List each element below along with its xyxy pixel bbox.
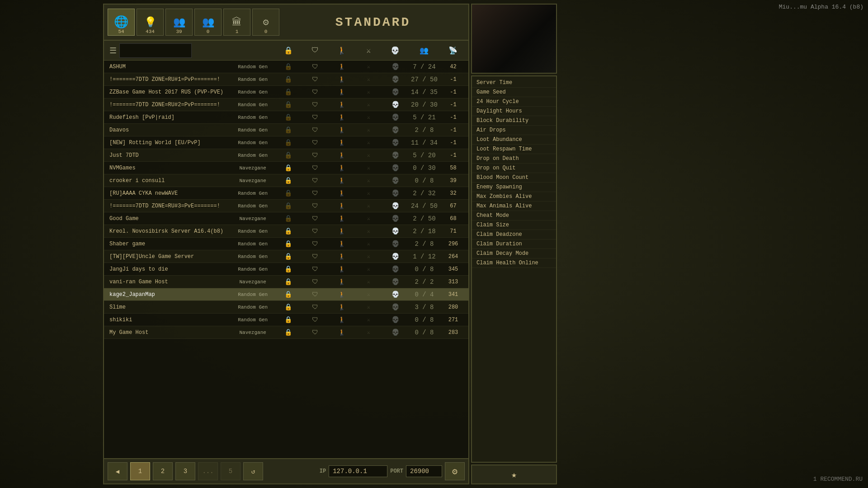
info-item-claim-decay-mode[interactable]: Claim Decay Mode (472, 249, 556, 258)
info-item-game-seed[interactable]: Game Seed (472, 88, 556, 97)
server-walk: 🚶 (329, 329, 355, 336)
server-lock: 🔒 (275, 240, 302, 248)
table-row[interactable]: Slime Random Gen 🔒 🛡 🚶 ⚔ 💀 3 / 8 280 (104, 301, 468, 314)
table-row[interactable]: Kreol. Novosibirsk Server A16.4(b8) Rand… (104, 225, 468, 238)
info-item-claim-health-online[interactable]: Claim Health Online (472, 258, 556, 268)
server-info-box: Server TimeGame Seed24 Hour CycleDayligh… (471, 75, 557, 463)
info-item-server-time[interactable]: Server Time (472, 78, 556, 88)
server-skull: 💀 (382, 240, 409, 248)
port-input[interactable] (406, 465, 442, 477)
server-players: 2 / 2 (409, 278, 440, 286)
server-walk: 🚶 (329, 63, 355, 70)
info-item-claim-deadzone[interactable]: Claim Deadzone (472, 230, 556, 239)
page-1-button[interactable]: 1 (130, 462, 150, 480)
server-map: Random Gen (231, 203, 275, 209)
table-row[interactable]: vani-ran Game Host Navezgane 🔒 🛡 🚶 ⚔ 💀 2… (104, 276, 468, 288)
server-name: My Game Host (106, 329, 231, 336)
nav-icon-globe[interactable]: 🌐 54 (108, 9, 135, 36)
info-item-max-animals-alive[interactable]: Max Animals Alive (472, 202, 556, 211)
server-shield: 🛡 (302, 266, 329, 273)
server-lock: 🔒 (275, 189, 302, 197)
info-item-loot-respawn-time[interactable]: Loot Respawn Time (472, 145, 556, 154)
table-row[interactable]: Rudeflesh [PvP|raid] Random Gen 🔒 🛡 🚶 ⚔ … (104, 111, 468, 124)
server-skull: 💀 (382, 202, 409, 210)
page-2-button[interactable]: 2 (153, 462, 173, 480)
table-row[interactable]: Just 7DTD Random Gen 🔒 🛡 🚶 ⚔ 💀 5 / 20 -1 (104, 149, 468, 162)
table-row[interactable]: [TW][PVE]Uncle Game Server Random Gen 🔒 … (104, 250, 468, 263)
nav-icon-bank[interactable]: 🏛 1 (223, 9, 250, 36)
page-5-button: 5 (221, 462, 241, 480)
info-item-claim-duration[interactable]: Claim Duration (472, 239, 556, 249)
server-ping: 42 (440, 64, 467, 70)
server-ping: 67 (440, 203, 467, 209)
info-item-block-durability[interactable]: Block Durability (472, 116, 556, 126)
server-shield: 🛡 (302, 215, 329, 222)
server-shield: 🛡 (302, 253, 329, 260)
server-shield: 🛡 (302, 228, 329, 235)
server-shield: 🛡 (302, 278, 329, 286)
server-pvp: ⚔ (355, 102, 382, 108)
table-row[interactable]: !=======7DTD ZONE=RU#1=PvP=======! Rando… (104, 73, 468, 86)
server-skull: 💀 (382, 265, 409, 273)
table-row[interactable]: ZZBase Game Host 2017 RUS (PVP-PVE) Rand… (104, 86, 468, 99)
server-walk: 🚶 (329, 152, 355, 159)
info-item-max-zombies-alive[interactable]: Max Zombies Alive (472, 192, 556, 202)
info-item-drop-on-quit[interactable]: Drop on Quit (472, 164, 556, 173)
table-row[interactable]: ASHUM Random Gen 🔒 🛡 🚶 ⚔ 💀 7 / 24 42 (104, 61, 468, 73)
table-row[interactable]: shikiki Random Gen 🔒 🛡 🚶 ⚔ 💀 0 / 8 271 (104, 314, 468, 326)
server-skull: 💀 (382, 164, 409, 172)
info-item-claim-size[interactable]: Claim Size (472, 221, 556, 230)
nav-icon-group[interactable]: 👥 0 (194, 9, 222, 36)
info-item-loot-abundance[interactable]: Loot Abundance (472, 135, 556, 145)
table-row[interactable]: Daavos Random Gen 🔒 🛡 🚶 ⚔ 💀 2 / 8 -1 (104, 124, 468, 136)
info-item-blood-moon-count[interactable]: Blood Moon Count (472, 173, 556, 183)
nav-icon-players[interactable]: 👥 39 (165, 9, 193, 36)
table-row[interactable]: kage2_JapanMap Random Gen 🔒 🛡 🚶 ⚔ 💀 0 / … (104, 288, 468, 301)
server-name: Daavos (106, 127, 231, 133)
port-label: PORT (390, 468, 403, 474)
server-shield: 🛡 (302, 127, 329, 134)
nav-icon-bulb[interactable]: 💡 434 (137, 9, 164, 36)
server-ping: -1 (440, 76, 467, 83)
prev-page-button[interactable]: ◀ (108, 462, 127, 480)
info-item-daylight-hours[interactable]: Daylight Hours (472, 107, 556, 116)
table-row[interactable]: crooker i consull Navezgane 🔒 🛡 🚶 ⚔ 💀 0 … (104, 174, 468, 187)
table-row[interactable]: !=======7DTD ZONE=RU#3=PvE=======! Rando… (104, 200, 468, 212)
favorites-button[interactable]: ★ (471, 465, 557, 484)
server-pvp: ⚔ (355, 266, 382, 272)
info-item-cheat-mode[interactable]: Cheat Mode (472, 211, 556, 221)
server-mode-title: STANDARD (281, 15, 465, 29)
info-item-drop-on-death[interactable]: Drop on Death (472, 154, 556, 164)
connect-icon: ⚙ (452, 466, 458, 477)
server-shield: 🛡 (302, 240, 329, 248)
connect-button[interactable]: ⚙ (445, 462, 465, 480)
server-skull: 💀 (382, 177, 409, 184)
server-players: 5 / 20 (409, 152, 440, 159)
info-item-24-hour-cycle[interactable]: 24 Hour Cycle (472, 97, 556, 107)
table-row[interactable]: My Game Host Navezgane 🔒 🛡 🚶 ⚔ 💀 0 / 8 2… (104, 326, 468, 339)
page-3-button[interactable]: 3 (175, 462, 195, 480)
server-shield: 🛡 (302, 164, 329, 172)
table-row[interactable]: JangJi days to die Random Gen 🔒 🛡 🚶 ⚔ 💀 … (104, 263, 468, 276)
table-row[interactable]: Good Game Navezgane 🔒 🛡 🚶 ⚔ 💀 2 / 50 68 (104, 212, 468, 225)
server-name: shikiki (106, 317, 231, 323)
table-row[interactable]: !=======7DTD ZONE=RU#2=PvP=======! Rando… (104, 99, 468, 111)
server-walk: 🚶 (329, 202, 355, 210)
server-walk: 🚶 (329, 291, 355, 298)
server-players: 0 / 8 (409, 177, 440, 184)
table-row[interactable]: [NEW] Rotting World [EU/PvP] Random Gen … (104, 136, 468, 149)
server-walk: 🚶 (329, 114, 355, 121)
col-skull-header: 💀 (382, 46, 409, 55)
server-pvp: ⚔ (355, 190, 382, 196)
nav-icon-settings[interactable]: ⚙ 0 (252, 9, 279, 36)
ip-input[interactable] (329, 465, 387, 477)
server-lock: 🔒 (275, 316, 302, 324)
table-row[interactable]: Shaber game Random Gen 🔒 🛡 🚶 ⚔ 💀 2 / 8 2… (104, 238, 468, 250)
server-walk: 🚶 (329, 304, 355, 311)
table-row[interactable]: [RU]AAAA CYKA newWAVE Random Gen 🔒 🛡 🚶 ⚔… (104, 187, 468, 200)
refresh-button[interactable]: ↺ (243, 462, 263, 480)
table-row[interactable]: NVMGames Navezgane 🔒 🛡 🚶 ⚔ 💀 0 / 30 58 (104, 162, 468, 174)
search-input[interactable] (119, 43, 192, 58)
info-item-enemy-spawning[interactable]: Enemy Spawning (472, 183, 556, 192)
info-item-air-drops[interactable]: Air Drops (472, 126, 556, 135)
